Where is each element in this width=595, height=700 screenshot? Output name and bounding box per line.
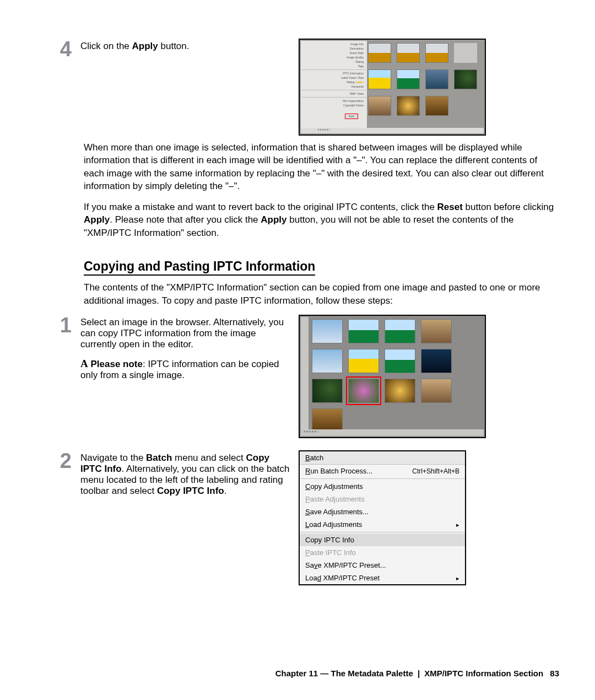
footer-section: XMP/IPTC Information Section xyxy=(424,669,543,678)
footer-chapter: Chapter 11 — The Metadata Palette xyxy=(275,669,413,678)
batch-menu-item[interactable]: Copy Adjustments xyxy=(300,480,465,493)
step-4-number: 4 xyxy=(33,39,72,60)
batch-menu: Batch Run Batch Process...Ctrl+Shift+Alt… xyxy=(299,450,466,585)
step-4: 4 Click on the Apply button. Image Info … xyxy=(33,39,559,136)
batch-menu-item: Paste IPTC Info xyxy=(300,546,465,559)
step4-pre: Click on the xyxy=(80,41,132,51)
section-heading: Copying and Pasting IPTC Information xyxy=(84,259,315,276)
warning-icon: A xyxy=(80,358,88,369)
paragraph-2: If you make a mistake and want to revert… xyxy=(84,201,559,239)
step-4-screenshot: Image Info Description Event Date Image … xyxy=(299,39,486,136)
step-1: 1 Select an image in the browser. Altern… xyxy=(33,315,559,438)
batch-menu-item[interactable]: Load XMP/IPTC Preset xyxy=(300,572,465,584)
step-2-number: 2 xyxy=(33,450,72,471)
batch-menu-item[interactable]: Run Batch Process...Ctrl+Shift+Alt+B xyxy=(300,465,465,477)
step-2-screenshot: Batch Run Batch Process...Ctrl+Shift+Alt… xyxy=(299,450,486,585)
thumbnail-grid: · · · · · · · · · · xyxy=(368,43,482,119)
step-1-number: 1 xyxy=(33,315,72,336)
step4-bold: Apply xyxy=(132,41,158,51)
step-1-text: Select an image in the browser. Alternat… xyxy=(80,315,290,381)
step4-post: button. xyxy=(158,41,190,51)
footer-page: 83 xyxy=(550,669,559,678)
step-4-text: Click on the Apply button. xyxy=(80,39,290,52)
section-intro: The contents of the "XMP/IPTC Informatio… xyxy=(84,281,559,307)
browser-screenshot: ★★★★★☆ xyxy=(299,315,486,438)
batch-menu-item[interactable]: Save Adjustments... xyxy=(300,505,465,518)
batch-menu-item[interactable]: Load Adjustments xyxy=(300,518,465,531)
paragraph-1: When more than one image is selected, in… xyxy=(84,141,559,193)
please-note-block: A Please note: IPTC information can be c… xyxy=(80,358,290,381)
step-2-text: Navigate to the Batch menu and select Co… xyxy=(80,450,290,497)
step-2: 2 Navigate to the Batch menu and select … xyxy=(33,450,559,585)
bottom-stars: ★★★★★☆ xyxy=(301,128,484,133)
footer-divider: | xyxy=(418,669,420,678)
batch-menu-item: Paste Adjustments xyxy=(300,493,465,505)
selected-thumbnail xyxy=(348,379,379,403)
metadata-panel-left: Image Info Description Event Date Image … xyxy=(301,41,367,128)
metadata-panel-screenshot: Image Info Description Event Date Image … xyxy=(299,39,486,136)
batch-menu-item[interactable]: Copy IPTC Info xyxy=(300,534,465,546)
batch-menu-item[interactable]: Save XMP/IPTC Preset... xyxy=(300,559,465,572)
batch-menu-title[interactable]: Batch xyxy=(300,451,465,465)
step-1-screenshot: ★★★★★☆ xyxy=(299,315,486,438)
apply-button-highlight: Apply xyxy=(345,114,358,119)
page-footer: Chapter 11 — The Metadata Palette | XMP/… xyxy=(0,669,559,678)
